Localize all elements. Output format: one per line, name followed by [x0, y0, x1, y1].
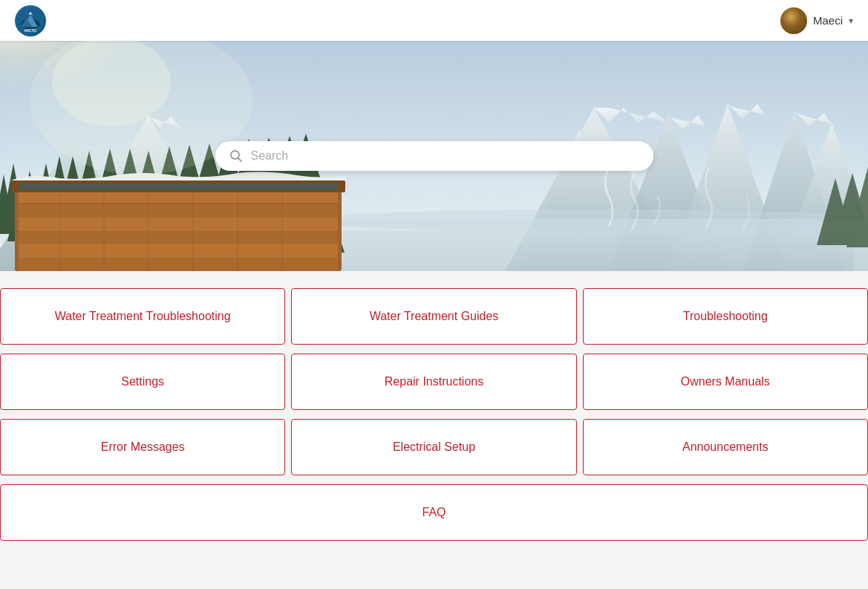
svg-rect-53: [19, 218, 338, 231]
svg-rect-54: [19, 231, 338, 244]
svg-rect-52: [19, 204, 338, 218]
category-water-treatment-guides[interactable]: Water Treatment Guides: [291, 288, 576, 345]
svg-line-68: [238, 158, 241, 162]
category-settings[interactable]: Settings: [0, 354, 285, 410]
search-icon: [229, 149, 244, 163]
avatar: [780, 7, 807, 34]
svg-rect-56: [19, 258, 338, 271]
user-menu[interactable]: Maeci ▾: [780, 7, 853, 34]
category-electrical-setup[interactable]: Electrical Setup: [291, 419, 576, 475]
svg-point-22: [297, 209, 868, 232]
category-water-treatment-troubleshooting[interactable]: Water Treatment Troubleshooting: [0, 288, 285, 345]
category-grid: Water Treatment Troubleshooting Water Tr…: [0, 271, 868, 562]
grid-row-1: Water Treatment Troubleshooting Water Tr…: [0, 286, 868, 347]
hero-banner: [0, 41, 868, 271]
svg-rect-64: [19, 184, 338, 190]
logo-icon: ARCTIC: [15, 5, 46, 36]
header: ARCTIC Maeci ▾: [0, 0, 868, 41]
category-owners-manuals[interactable]: Owners Manuals: [583, 354, 868, 410]
grid-row-3: Error Messages Electrical Setup Announce…: [0, 417, 868, 478]
grid-row-2: Settings Repair Instructions Owners Manu…: [0, 351, 868, 412]
svg-rect-55: [19, 244, 338, 258]
svg-point-66: [52, 41, 171, 126]
svg-rect-23: [334, 230, 854, 271]
category-faq[interactable]: FAQ: [0, 484, 868, 541]
category-announcements[interactable]: Announcements: [583, 419, 868, 475]
search-container: [215, 141, 653, 171]
svg-text:ARCTIC: ARCTIC: [24, 29, 37, 33]
category-error-messages[interactable]: Error Messages: [0, 419, 285, 475]
category-repair-instructions[interactable]: Repair Instructions: [291, 354, 576, 410]
logo-area: ARCTIC: [15, 5, 46, 36]
user-name-label: Maeci: [813, 14, 843, 27]
faq-row: FAQ: [0, 482, 868, 543]
search-input[interactable]: [251, 149, 640, 163]
search-box: [215, 141, 653, 171]
chevron-down-icon: ▾: [849, 16, 853, 26]
category-troubleshooting[interactable]: Troubleshooting: [583, 288, 868, 345]
